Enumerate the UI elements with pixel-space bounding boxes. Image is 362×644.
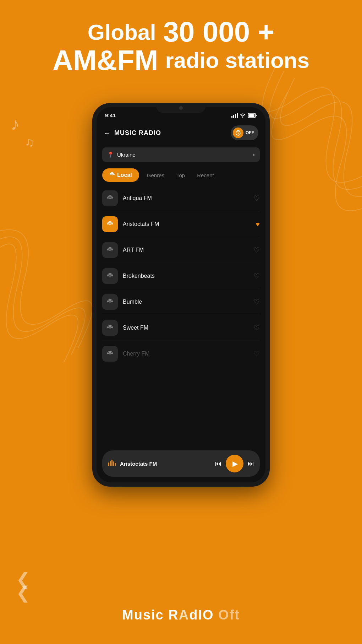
station-icon-5 <box>102 294 118 310</box>
station-icon-2 <box>102 216 118 232</box>
svg-rect-0 <box>231 116 232 118</box>
app-title: MUSIC RADIO <box>114 129 161 137</box>
timer-icon <box>233 128 243 138</box>
signal-icon <box>231 113 238 118</box>
station-icon-7 <box>102 346 118 362</box>
station-icon-6 <box>102 320 118 336</box>
svg-rect-15 <box>108 462 109 466</box>
header-amfm-label: AM&FM <box>53 46 158 75</box>
player-next-button[interactable]: ⏭ <box>248 460 254 467</box>
tabs-bar: Local Genres Top Recent <box>97 165 265 185</box>
player-play-icon: ▶ <box>232 459 238 468</box>
phone-mockup: 9:41 <box>92 103 270 487</box>
camera-dot <box>179 106 183 110</box>
music-note-decoration-2: ♫ <box>25 135 34 149</box>
tab-genres[interactable]: Genres <box>143 169 169 182</box>
player-bar: Aristoctats FM ⏮ ▶ ⏭ <box>102 450 260 477</box>
station-name-4: Brokenbeats <box>123 273 253 279</box>
svg-rect-1 <box>233 115 234 118</box>
station-heart-3[interactable]: ♡ <box>253 246 260 254</box>
station-heart-7[interactable]: ♡ <box>253 350 260 358</box>
tab-signal-icon <box>109 172 115 178</box>
svg-point-13 <box>109 327 111 329</box>
bottom-promo-text: Music RAdIO Oft <box>0 607 362 623</box>
bottom-promo: Music RAdIO Oft <box>0 607 362 623</box>
station-name-1: Antiqua FM <box>123 195 253 201</box>
station-heart-2[interactable]: ♥ <box>256 220 260 228</box>
status-icons <box>231 113 257 118</box>
station-heart-4[interactable]: ♡ <box>253 272 260 280</box>
list-item[interactable]: Brokenbeats ♡ <box>102 263 260 289</box>
list-item[interactable]: Cherry FM ♡ <box>102 341 260 367</box>
app-title-music: MUSIC <box>114 129 137 136</box>
svg-rect-2 <box>235 114 236 118</box>
station-name-7: Cherry FM <box>123 351 253 357</box>
player-prev-button[interactable]: ⏮ <box>215 460 221 467</box>
svg-rect-5 <box>248 114 254 117</box>
music-note-decoration-1: ♪ <box>11 114 20 134</box>
station-heart-6[interactable]: ♡ <box>253 324 260 332</box>
player-play-button[interactable]: ▶ <box>226 455 243 472</box>
svg-point-8 <box>109 197 111 199</box>
station-heart-5[interactable]: ♡ <box>253 298 260 306</box>
svg-point-10 <box>109 249 111 251</box>
status-time: 9:41 <box>105 112 116 118</box>
station-heart-1[interactable]: ♡ <box>253 194 260 202</box>
wifi-icon <box>240 113 246 118</box>
station-icon-4 <box>102 268 118 284</box>
player-station-name: Aristoctats FM <box>120 461 211 467</box>
header-number: 30 000 + <box>163 18 275 46</box>
header-section: Global 30 000 + AM&FM radio stations <box>0 11 362 82</box>
svg-point-11 <box>109 275 111 277</box>
back-button[interactable]: ← <box>104 129 111 137</box>
station-name-6: Sweet FM <box>123 325 253 331</box>
svg-rect-16 <box>110 461 111 466</box>
app-header: ← MUSIC RADIO OFF <box>97 121 265 145</box>
station-icon-1 <box>102 190 118 206</box>
list-item[interactable]: Bumble ♡ <box>102 289 260 315</box>
svg-point-9 <box>109 223 111 225</box>
tab-recent[interactable]: Recent <box>193 169 218 182</box>
svg-rect-19 <box>115 463 116 466</box>
list-item[interactable]: Aristoctats FM ♥ <box>102 211 260 237</box>
header-radio-stations-label: radio stations <box>165 49 310 71</box>
station-list: Antiqua FM ♡ Aristoctats FM ♥ <box>97 185 265 367</box>
app-title-radio: RADIO <box>137 129 161 136</box>
list-item[interactable]: Sweet FM ♡ <box>102 315 260 341</box>
location-chevron-icon: › <box>253 151 255 158</box>
svg-rect-17 <box>111 460 113 466</box>
list-item[interactable]: Antiqua FM ♡ <box>102 185 260 211</box>
player-controls: ⏮ ▶ ⏭ <box>215 455 254 472</box>
svg-rect-3 <box>237 113 238 118</box>
tab-top[interactable]: Top <box>172 169 189 182</box>
list-item[interactable]: ART FM ♡ <box>102 237 260 263</box>
station-name-5: Bumble <box>123 299 253 305</box>
station-name-2: Aristoctats FM <box>123 221 256 227</box>
svg-point-14 <box>109 353 111 355</box>
location-pin-icon: 📍 <box>107 151 114 158</box>
station-icon-3 <box>102 242 118 258</box>
location-bar[interactable]: 📍 Ukraine › <box>102 147 260 162</box>
timer-toggle[interactable]: OFF <box>231 125 258 140</box>
equalizer-icon <box>108 459 116 468</box>
station-name-3: ART FM <box>123 247 253 253</box>
tab-local[interactable]: Local <box>102 168 139 182</box>
header-global-label: Global <box>88 20 156 45</box>
svg-point-7 <box>112 174 113 175</box>
phone-notch <box>156 103 206 113</box>
svg-rect-18 <box>113 461 114 466</box>
svg-point-12 <box>109 301 111 303</box>
battery-icon <box>248 113 257 118</box>
tab-local-label: Local <box>117 172 132 178</box>
up-arrow-decoration: ❮ ❮ <box>16 571 30 601</box>
location-country: Ukraine <box>117 152 136 158</box>
timer-off-label: OFF <box>246 130 254 135</box>
